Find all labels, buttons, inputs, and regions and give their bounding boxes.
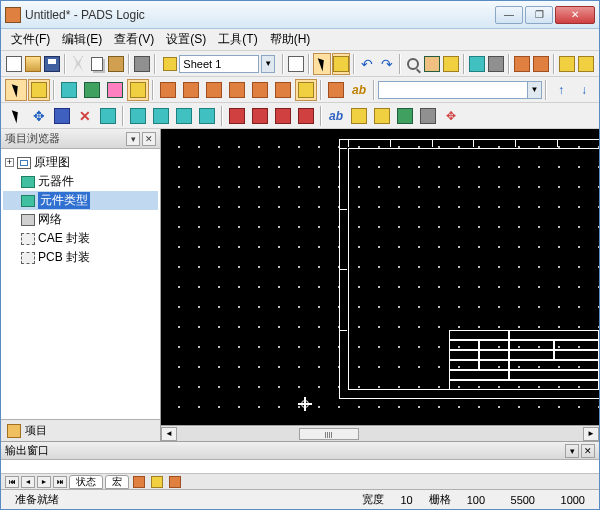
center-button[interactable]: ✥ xyxy=(440,105,462,127)
schematic-canvas[interactable] xyxy=(161,129,599,425)
line-button[interactable] xyxy=(325,79,347,101)
text-button[interactable]: ab xyxy=(348,79,370,101)
tree-item-5[interactable]: PCB 封装 xyxy=(3,248,158,267)
output-close-button[interactable]: ✕ xyxy=(581,444,595,458)
ruler-button[interactable] xyxy=(442,53,460,75)
net-edit2-button[interactable] xyxy=(249,105,271,127)
import-button[interactable] xyxy=(577,53,595,75)
junction-button[interactable] xyxy=(203,79,225,101)
add-connector-button[interactable] xyxy=(81,79,103,101)
move-button[interactable]: ✥ xyxy=(28,105,50,127)
project-tree[interactable]: +原理图元器件元件类型网络CAE 封装PCB 封装 xyxy=(1,149,160,419)
export-button[interactable] xyxy=(558,53,576,75)
sidebar-tab-project[interactable]: 项目 xyxy=(1,419,160,441)
add-pin-button[interactable] xyxy=(104,79,126,101)
output-menu-button[interactable]: ▾ xyxy=(565,444,579,458)
library-button[interactable] xyxy=(468,53,486,75)
comp-edit3-button[interactable] xyxy=(173,105,195,127)
new-button[interactable] xyxy=(5,53,23,75)
output-tab-macro[interactable]: 宏 xyxy=(105,475,129,489)
port-button[interactable] xyxy=(226,79,248,101)
arrow-button[interactable] xyxy=(5,105,27,127)
menu-file[interactable]: 文件(F) xyxy=(5,29,56,50)
object-combo[interactable]: ▼ xyxy=(378,81,542,99)
refresh-button[interactable] xyxy=(394,105,416,127)
menu-settings[interactable]: 设置(S) xyxy=(160,29,212,50)
redo-button[interactable]: ↷ xyxy=(378,53,396,75)
nav-up-button[interactable]: ↑ xyxy=(550,79,572,101)
output-tool1-icon[interactable] xyxy=(133,476,145,488)
comp-edit1-button[interactable] xyxy=(127,105,149,127)
menu-view[interactable]: 查看(V) xyxy=(108,29,160,50)
scroll-track[interactable] xyxy=(177,427,583,441)
board-button[interactable] xyxy=(513,53,531,75)
sheet-button[interactable] xyxy=(127,79,149,101)
power-button[interactable] xyxy=(272,79,294,101)
tree-item-4[interactable]: CAE 封装 xyxy=(3,229,158,248)
maximize-button[interactable]: ❐ xyxy=(525,6,553,24)
tree-item-1[interactable]: 元器件 xyxy=(3,172,158,191)
print-button[interactable] xyxy=(133,53,151,75)
tree-item-2[interactable]: 元件类型 xyxy=(3,191,158,210)
netlist-button[interactable] xyxy=(532,53,550,75)
zoom-button[interactable] xyxy=(404,53,422,75)
paste-button[interactable] xyxy=(107,53,125,75)
minimize-button[interactable]: — xyxy=(495,6,523,24)
select-tool-button[interactable] xyxy=(313,53,331,75)
report-button[interactable] xyxy=(487,53,505,75)
settings-button[interactable] xyxy=(417,105,439,127)
comp-edit4-button[interactable] xyxy=(196,105,218,127)
tree-expander[interactable]: + xyxy=(5,158,14,167)
panel-close-button[interactable]: ✕ xyxy=(142,132,156,146)
eraser-button[interactable] xyxy=(423,53,441,75)
bus-button[interactable] xyxy=(180,79,202,101)
scroll-left-button[interactable]: ◄ xyxy=(161,427,177,441)
net-edit1-button[interactable] xyxy=(226,105,248,127)
undo-button[interactable]: ↶ xyxy=(358,53,376,75)
filter-button[interactable] xyxy=(28,79,50,101)
edit-button[interactable] xyxy=(97,105,119,127)
pointer-tool-button[interactable] xyxy=(5,79,27,101)
output-tool2-icon[interactable] xyxy=(151,476,163,488)
nav-down-button[interactable]: ↓ xyxy=(573,79,595,101)
wire-icon xyxy=(160,82,176,98)
attr-button[interactable]: ab xyxy=(325,105,347,127)
ground-button[interactable] xyxy=(249,79,271,101)
tab-nav-prev[interactable]: ◄ xyxy=(21,476,35,488)
add-part-button[interactable] xyxy=(58,79,80,101)
net-edit3-button[interactable] xyxy=(272,105,294,127)
swap-button[interactable] xyxy=(348,105,370,127)
tab-nav-last[interactable]: ⏭ xyxy=(53,476,67,488)
offpage-button[interactable] xyxy=(295,79,317,101)
tree-item-0[interactable]: +原理图 xyxy=(3,153,158,172)
delete-button[interactable]: ✕ xyxy=(74,105,96,127)
scroll-thumb[interactable] xyxy=(299,428,359,440)
output-body[interactable] xyxy=(1,460,599,473)
net-edit4-button[interactable] xyxy=(295,105,317,127)
duplicate-button[interactable] xyxy=(51,105,73,127)
close-button[interactable]: ✕ xyxy=(555,6,595,24)
tree-item-3[interactable]: 网络 xyxy=(3,210,158,229)
cut-button[interactable] xyxy=(69,53,87,75)
properties-button[interactable] xyxy=(287,53,305,75)
menu-edit[interactable]: 编辑(E) xyxy=(56,29,108,50)
panel-menu-button[interactable]: ▾ xyxy=(126,132,140,146)
tab-nav-first[interactable]: ⏮ xyxy=(5,476,19,488)
output-tool3-icon[interactable] xyxy=(169,476,181,488)
check-button[interactable] xyxy=(371,105,393,127)
copy-button[interactable] xyxy=(88,53,106,75)
wire-button[interactable] xyxy=(157,79,179,101)
object-dropdown-button[interactable]: ▼ xyxy=(527,82,541,98)
open-button[interactable] xyxy=(24,53,42,75)
menu-tools[interactable]: 工具(T) xyxy=(212,29,263,50)
scroll-right-button[interactable]: ► xyxy=(583,427,599,441)
menu-help[interactable]: 帮助(H) xyxy=(264,29,317,50)
save-button[interactable] xyxy=(43,53,61,75)
highlight-tool-button[interactable] xyxy=(332,53,350,75)
sheet-input[interactable] xyxy=(179,55,259,73)
arrow-right-icon xyxy=(559,56,575,72)
output-tab-status[interactable]: 状态 xyxy=(69,475,103,489)
sheet-dropdown-button[interactable]: ▼ xyxy=(261,55,275,73)
comp-edit2-button[interactable] xyxy=(150,105,172,127)
tab-nav-next[interactable]: ► xyxy=(37,476,51,488)
